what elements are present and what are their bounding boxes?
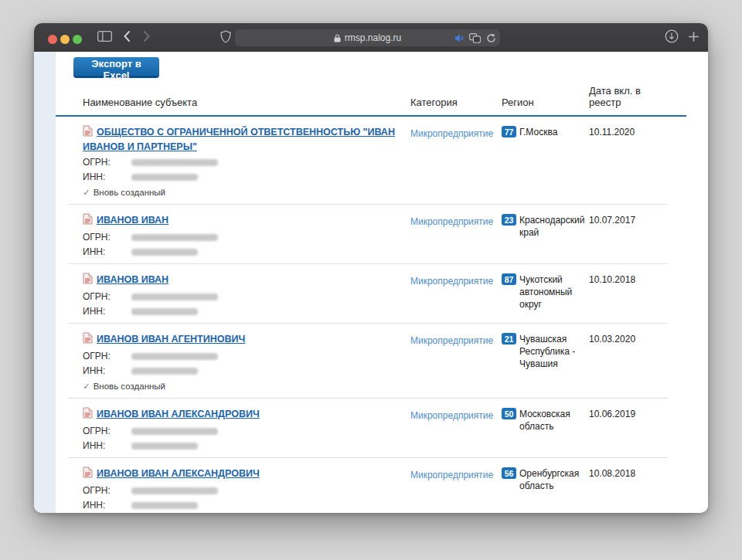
web-page: Экспорт в Excel Наименование субъекта Ка…	[34, 52, 708, 513]
inn-value-redacted	[131, 368, 198, 375]
sidebar-toggle-button[interactable]	[94, 23, 114, 52]
entity-cell: ИВАНОВ ИВАН АГЕНТИНОВИЧ ОГРН: ИНН: ✓Внов…	[83, 332, 410, 392]
table-header-row: Наименование субъекта Категория Регион Д…	[56, 85, 686, 117]
browser-window: rmsp.nalog.ru	[34, 23, 708, 513]
header-region: Регион	[502, 97, 589, 108]
document-icon[interactable]	[83, 125, 93, 141]
header-date-included: Дата вкл. в реестр	[589, 85, 652, 108]
close-window-button[interactable]	[48, 35, 57, 44]
inn-label: ИНН:	[83, 306, 131, 317]
document-icon[interactable]	[83, 407, 93, 423]
category-link[interactable]: Микропредприятие	[410, 470, 493, 480]
document-icon[interactable]	[83, 467, 93, 482]
region-cell: 87 Чукотский автономный округ	[502, 273, 589, 317]
zoom-window-button[interactable]	[73, 35, 82, 44]
category-link[interactable]: Микропредприятие	[410, 410, 493, 421]
ogrn-label: ОГРН:	[83, 232, 131, 243]
table-row: ИВАНОВ ИВАН ОГРН: ИНН: Микропредприятие …	[56, 264, 686, 324]
document-icon[interactable]	[83, 332, 93, 348]
header-category: Категория	[410, 97, 502, 108]
entity-cell: ИВАНОВ ИВАН АЛЕКСАНДРОВИЧ ОГРН: ИНН:	[83, 467, 410, 511]
ogrn-label: ОГРН:	[83, 485, 131, 497]
inn-row: ИНН:	[83, 246, 410, 258]
audio-mute-icon[interactable]	[454, 34, 464, 42]
inn-value-redacted	[131, 174, 198, 181]
sidebar-icon	[97, 31, 112, 44]
document-icon[interactable]	[83, 273, 93, 288]
entity-name-link[interactable]: ИВАНОВ ИВАН АГЕНТИНОВИЧ	[97, 334, 245, 344]
results-list: ОБЩЕСТВО С ОГРАНИЧЕННОЙ ОТВЕТСТВЕННОСТЬЮ…	[56, 117, 686, 513]
downloads-button[interactable]	[662, 23, 682, 52]
shield-icon	[220, 30, 231, 46]
ogrn-label: ОГРН:	[83, 157, 131, 168]
region-cell: 50 Московская область	[502, 407, 589, 452]
inn-value-redacted	[131, 443, 198, 450]
entity-name-link[interactable]: ИВАНОВ ИВАН АЛЕКСАНДРОВИЧ	[97, 468, 260, 479]
entity-cell: ИВАНОВ ИВАН АЛЕКСАНДРОВИЧ ОГРН: ИНН:	[83, 407, 410, 452]
ogrn-label: ОГРН:	[83, 351, 131, 362]
header-entity-name: Наименование субъекта	[83, 97, 410, 108]
date-included-cell: 10.07.2017	[589, 213, 686, 258]
newly-created-flag: ✓Вновь созданный	[83, 187, 410, 199]
region-code-badge: 77	[502, 126, 516, 137]
entity-name-link[interactable]: ИВАНОВ ИВАН АЛЕКСАНДРОВИЧ	[97, 409, 260, 419]
minimize-window-button[interactable]	[60, 35, 70, 44]
category-cell: Микропредприятие	[410, 467, 502, 511]
translate-icon[interactable]	[469, 33, 481, 43]
inn-value-redacted	[131, 249, 198, 256]
region-cell: 56 Оренбургская область	[502, 467, 589, 511]
export-to-excel-button[interactable]: Экспорт в Excel	[73, 57, 159, 78]
inn-row: ИНН:	[83, 306, 410, 317]
region-name: Московская область	[519, 408, 587, 433]
region-cell: 77 Г.Москва	[502, 125, 589, 199]
table-row: ИВАНОВ ИВАН АЛЕКСАНДРОВИЧ ОГРН: ИНН: Мик…	[56, 399, 686, 458]
category-cell: Микропредприятие	[410, 213, 502, 258]
entity-name-link[interactable]: ИВАНОВ ИВАН	[97, 215, 168, 226]
ogrn-row: ОГРН:	[83, 485, 410, 497]
back-button[interactable]	[117, 23, 136, 52]
ogrn-value-redacted	[131, 294, 218, 300]
url-text: rmsp.nalog.ru	[345, 32, 401, 43]
inn-row: ИНН:	[83, 440, 410, 452]
back-icon	[123, 30, 131, 45]
table-row: ИВАНОВ ИВАН ОГРН: ИНН: Микропредприятие …	[56, 205, 686, 264]
entity-name-link[interactable]: ИВАНОВ ИВАН	[97, 274, 168, 285]
inn-label: ИНН:	[83, 500, 131, 511]
inn-value-redacted	[131, 308, 198, 315]
reload-icon[interactable]	[486, 33, 496, 43]
entity-cell: ОБЩЕСТВО С ОГРАНИЧЕННОЙ ОТВЕТСТВЕННОСТЬЮ…	[83, 125, 410, 199]
category-link[interactable]: Микропредприятие	[410, 335, 493, 346]
inn-label: ИНН:	[83, 171, 131, 183]
privacy-shield-button[interactable]	[216, 23, 235, 52]
region-name: Краснодарский край	[519, 214, 587, 239]
ogrn-value-redacted	[131, 159, 218, 166]
date-included-cell: 10.03.2020	[589, 332, 686, 392]
ogrn-row: ОГРН:	[83, 291, 410, 303]
ogrn-label: ОГРН:	[83, 291, 131, 303]
region-name: Чукотский автономный округ	[519, 273, 587, 311]
category-link[interactable]: Микропредприятие	[410, 128, 493, 139]
category-cell: Микропредприятие	[410, 125, 502, 199]
browser-toolbar: rmsp.nalog.ru	[34, 23, 708, 53]
new-tab-button[interactable]	[683, 23, 703, 52]
registry-results-table: Наименование субъекта Категория Регион Д…	[56, 85, 686, 513]
address-bar[interactable]: rmsp.nalog.ru	[235, 29, 500, 46]
inn-row: ИНН:	[83, 171, 410, 183]
check-icon: ✓	[83, 382, 90, 391]
document-icon[interactable]	[83, 213, 93, 229]
date-included-cell: 10.10.2018	[589, 273, 686, 317]
forward-icon	[143, 30, 151, 45]
page-left-gutter	[34, 52, 56, 513]
entity-name-link[interactable]: ОБЩЕСТВО С ОГРАНИЧЕННОЙ ОТВЕТСТВЕННОСТЬЮ…	[83, 127, 395, 152]
inn-label: ИНН:	[83, 246, 131, 258]
table-row: ИВАНОВ ИВАН АЛЕКСАНДРОВИЧ ОГРН: ИНН: Мик…	[56, 458, 686, 513]
ogrn-label: ОГРН:	[83, 426, 131, 437]
region-code-badge: 23	[502, 214, 516, 226]
entity-cell: ИВАНОВ ИВАН ОГРН: ИНН:	[83, 213, 410, 258]
new-tab-icon	[688, 31, 699, 45]
ogrn-value-redacted	[131, 234, 218, 241]
category-link[interactable]: Микропредприятие	[410, 276, 493, 287]
region-name: Г.Москва	[519, 126, 587, 138]
category-link[interactable]: Микропредприятие	[410, 216, 493, 227]
forward-button[interactable]	[138, 23, 156, 52]
